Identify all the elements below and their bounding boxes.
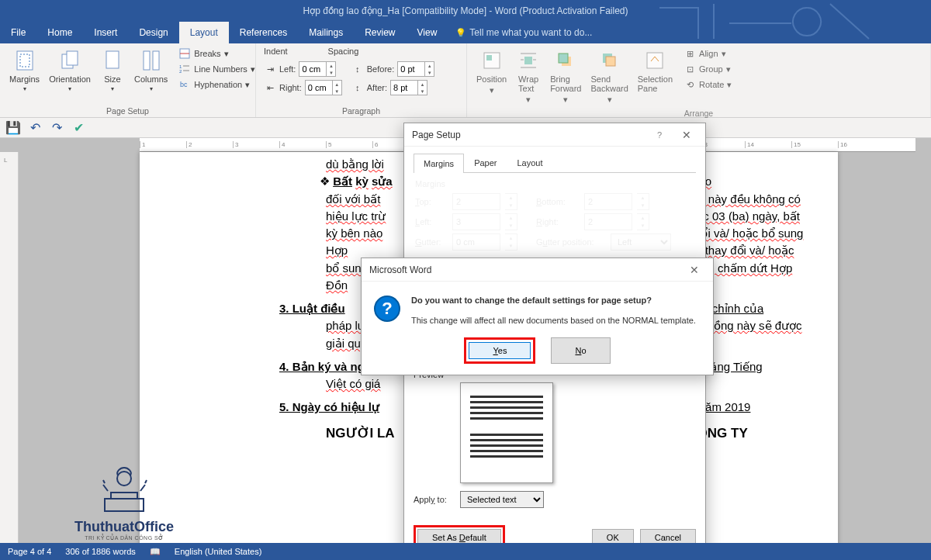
svg-text:bc: bc [180,81,188,88]
wrap-text-icon [516,48,541,73]
page-setup-title: Page Setup [412,130,657,140]
redo-icon[interactable]: ↷ [50,121,64,135]
window-title: Hợp đồng lao động_Ha [Compatibility Mode… [303,5,628,16]
spacing-after-icon: ↕ [351,81,364,94]
svg-rect-5 [144,51,150,70]
no-button[interactable]: No [551,337,610,364]
svg-rect-4 [106,51,119,68]
indent-left-icon: ⇥ [264,63,276,75]
bring-forward-button[interactable]: Bring Forward▾ [547,47,584,106]
ruler-vertical: L [0,152,19,557]
arrange-group-label: Arrange [473,106,924,118]
confirm-title: Microsoft Word [369,264,684,275]
indent-right-input[interactable] [306,81,332,95]
svg-text:2: 2 [179,69,182,74]
hyphenation-icon: bc [178,78,191,91]
position-icon [479,48,504,73]
confirm-dialog: Microsoft Word ✕ ? Do you want to change… [361,258,714,375]
margins-icon [12,48,37,73]
breaks-button[interactable]: Breaks ▾ [177,47,256,60]
status-words[interactable]: 306 of 1886 words [65,547,136,556]
group-icon: ⊡ [684,63,696,75]
send-backward-icon [597,48,622,73]
tab-paper[interactable]: Paper [464,153,507,172]
close-icon[interactable]: ✕ [676,129,697,141]
preview-thumbnail [460,382,553,483]
tab-mailings[interactable]: Mailings [298,22,354,43]
menubar: File Home Insert Design Layout Reference… [0,22,931,43]
tab-view[interactable]: View [407,22,448,43]
svg-point-21 [117,472,131,486]
brush-icon[interactable]: ✔ [71,121,85,135]
confirm-line1: Do you want to change the default settin… [411,296,696,305]
status-language[interactable]: English (United States) [175,547,262,556]
status-bar: Page 4 of 4 306 of 1886 words 📖 English … [0,543,931,560]
linenumbers-button[interactable]: 12Line Numbers ▾ [177,62,256,76]
help-icon[interactable]: ? [657,130,662,140]
paragraph-group-label: Paragraph [262,104,460,116]
margins-button[interactable]: Margins▾ [6,47,43,94]
spacing-before-icon: ↕ [351,63,364,75]
position-button[interactable]: Position▾ [473,47,510,97]
svg-rect-13 [524,57,532,64]
orientation-button[interactable]: Orientation▾ [46,47,94,94]
align-button[interactable]: ⊞Align ▾ [682,47,733,60]
undo-icon[interactable]: ↶ [28,121,42,135]
svg-rect-17 [606,57,615,66]
bring-forward-icon [553,48,578,73]
group-button[interactable]: ⊡Group ▾ [682,62,733,76]
linenumbers-icon: 12 [178,63,191,75]
confirm-close-icon[interactable]: ✕ [684,264,705,276]
svg-rect-19 [105,499,144,511]
selection-pane-button[interactable]: Selection Pane [635,47,676,95]
spacing-after-input[interactable] [391,81,417,95]
tab-home[interactable]: Home [36,22,83,43]
indent-left-input[interactable] [299,62,326,76]
svg-rect-18 [647,53,663,68]
tab-insert[interactable]: Insert [83,22,128,43]
size-button[interactable]: Size▾ [97,47,128,94]
tab-design[interactable]: Design [128,22,178,43]
hyphenation-button[interactable]: bcHyphenation ▾ [177,78,256,92]
tab-file[interactable]: File [0,22,36,43]
svg-rect-12 [486,55,492,60]
tab-layout[interactable]: Layout [179,22,229,43]
columns-button[interactable]: Columns▾ [131,47,171,94]
selection-pane-icon [642,48,667,73]
bulb-icon [455,27,466,38]
question-icon: ? [374,296,400,322]
tab-layout-dlg[interactable]: Layout [507,153,552,172]
applyto-select[interactable]: Selected text [460,491,544,508]
tab-references[interactable]: References [229,22,298,43]
wrap-text-button[interactable]: Wrap Text▾ [513,47,544,106]
size-icon [100,48,125,73]
orientation-icon [57,48,82,73]
svg-rect-20 [111,493,137,499]
svg-rect-15 [559,54,568,63]
confirm-line2: This change will affect all new document… [411,316,696,325]
align-icon: ⊞ [684,47,696,60]
columns-icon [139,48,164,73]
rotate-button[interactable]: ⟲Rotate ▾ [682,78,733,92]
svg-rect-3 [67,51,78,65]
svg-rect-6 [153,51,159,70]
watermark-logo: ThuthuatOffice TRI KỶ CỦA DÂN CÔNG SỞ [70,461,178,541]
tab-margins[interactable]: Margins [414,154,464,173]
rotate-icon: ⟲ [684,78,696,91]
send-backward-button[interactable]: Send Backward▾ [587,47,631,106]
indent-right-icon: ⇤ [264,81,276,94]
tab-review[interactable]: Review [354,22,406,43]
yes-button[interactable]: Yes [469,342,531,359]
spacing-before-input[interactable] [398,62,424,76]
breaks-icon [178,47,191,60]
save-icon[interactable]: 💾 [6,121,20,135]
tell-me[interactable]: Tell me what you want to do... [455,27,592,38]
pagesetup-group-label: Page Setup [6,104,249,116]
applyto-label: Apply to: [414,495,455,504]
ribbon: Margins▾ Orientation▾ Size▾ Columns▾ Bre… [0,43,931,118]
status-page[interactable]: Page 4 of 4 [8,547,51,556]
status-proofing-icon[interactable]: 📖 [150,547,161,557]
